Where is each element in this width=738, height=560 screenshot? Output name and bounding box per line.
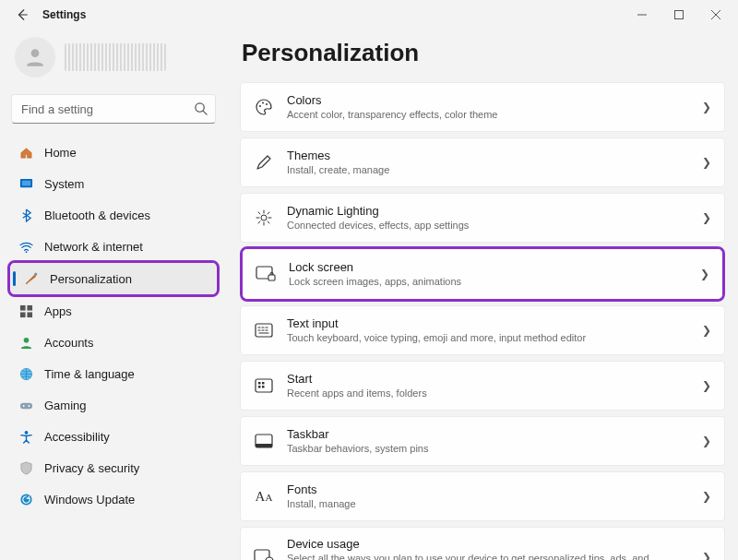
apps-icon bbox=[18, 304, 33, 318]
search-input[interactable] bbox=[12, 102, 215, 116]
sparkle-icon bbox=[254, 209, 274, 227]
page-title: Personalization bbox=[242, 39, 725, 67]
sidebar-item-accounts[interactable]: Accounts bbox=[11, 327, 216, 358]
svg-point-20 bbox=[266, 103, 268, 105]
svg-point-19 bbox=[262, 102, 264, 104]
taskbar-icon bbox=[254, 434, 274, 448]
annotation-highlight-sidebar: Personalization bbox=[7, 260, 220, 297]
palette-icon bbox=[254, 98, 274, 116]
card-title: Colors bbox=[287, 93, 689, 107]
fonts-icon: AA bbox=[254, 489, 274, 505]
card-title: Device usage bbox=[287, 537, 689, 551]
sidebar-item-label: Windows Update bbox=[44, 493, 135, 506]
nav: Home System Bluetooth & devices Network … bbox=[11, 137, 216, 515]
accessibility-icon bbox=[18, 429, 33, 444]
lock-screen-icon bbox=[256, 265, 276, 283]
card-subtitle: Connected devices, effects, app settings bbox=[287, 219, 689, 232]
sidebar-item-system[interactable]: System bbox=[11, 168, 216, 199]
app-title: Settings bbox=[42, 8, 86, 21]
close-button[interactable] bbox=[697, 2, 734, 28]
card-subtitle: Recent apps and items, folders bbox=[287, 387, 689, 399]
sidebar-item-label: Accessibility bbox=[44, 430, 110, 444]
settings-cards: ColorsAccent color, transparency effects… bbox=[240, 82, 725, 560]
search-icon bbox=[194, 101, 208, 118]
card-title: Taskbar bbox=[287, 427, 689, 441]
sidebar-item-bluetooth[interactable]: Bluetooth & devices bbox=[11, 199, 216, 231]
card-title: Start bbox=[287, 372, 689, 386]
minimize-icon bbox=[637, 10, 647, 19]
sidebar-item-network[interactable]: Network & internet bbox=[11, 231, 216, 262]
card-dynamic-lighting[interactable]: Dynamic LightingConnected devices, effec… bbox=[240, 193, 725, 243]
search-box[interactable] bbox=[11, 94, 216, 124]
svg-rect-7 bbox=[19, 304, 25, 310]
annotation-highlight-lock: Lock screenLock screen images, apps, ani… bbox=[240, 246, 725, 302]
sidebar-item-privacy[interactable]: Privacy & security bbox=[11, 452, 216, 483]
svg-point-15 bbox=[28, 405, 30, 407]
svg-rect-0 bbox=[675, 11, 684, 19]
svg-rect-31 bbox=[256, 444, 272, 447]
svg-point-14 bbox=[22, 405, 24, 407]
sidebar-item-update[interactable]: Windows Update bbox=[11, 483, 216, 515]
card-subtitle: Lock screen images, apps, animations bbox=[289, 275, 687, 288]
card-fonts[interactable]: AA FontsInstall, manage ❯ bbox=[240, 471, 725, 521]
card-subtitle: Touch keyboard, voice typing, emoji and … bbox=[287, 331, 689, 344]
card-title: Text input bbox=[287, 316, 689, 330]
sidebar-item-accessibility[interactable]: Accessibility bbox=[11, 421, 216, 452]
sidebar-item-personalization[interactable]: Personalization bbox=[11, 263, 216, 294]
card-text-input[interactable]: Text inputTouch keyboard, voice typing, … bbox=[240, 305, 725, 355]
maximize-button[interactable] bbox=[661, 2, 697, 28]
card-taskbar[interactable]: TaskbarTaskbar behaviors, system pins ❯ bbox=[240, 416, 725, 466]
avatar bbox=[15, 37, 55, 77]
card-themes[interactable]: ThemesInstall, create, manage ❯ bbox=[240, 137, 725, 187]
card-title: Lock screen bbox=[289, 260, 687, 274]
window-controls bbox=[624, 2, 734, 28]
svg-rect-9 bbox=[19, 312, 25, 317]
card-device-usage[interactable]: Device usageSelect all the ways you plan… bbox=[240, 527, 725, 560]
svg-point-18 bbox=[259, 105, 261, 107]
card-colors[interactable]: ColorsAccent color, transparency effects… bbox=[240, 82, 725, 132]
sidebar-item-home[interactable]: Home bbox=[11, 137, 216, 168]
svg-rect-28 bbox=[258, 386, 261, 388]
chevron-right-icon: ❯ bbox=[702, 211, 711, 224]
svg-rect-29 bbox=[262, 386, 265, 388]
card-start[interactable]: StartRecent apps and items, folders ❯ bbox=[240, 361, 725, 411]
svg-point-11 bbox=[23, 337, 29, 342]
card-subtitle: Install, manage bbox=[287, 497, 689, 510]
device-check-icon bbox=[254, 549, 274, 560]
svg-rect-8 bbox=[27, 304, 32, 310]
card-title: Dynamic Lighting bbox=[287, 204, 689, 218]
account-icon bbox=[18, 335, 33, 350]
card-title: Themes bbox=[287, 149, 689, 162]
sidebar-item-gaming[interactable]: Gaming bbox=[11, 389, 216, 421]
svg-rect-10 bbox=[27, 312, 32, 317]
update-icon bbox=[18, 492, 33, 506]
sidebar-item-label: Home bbox=[44, 146, 77, 160]
sidebar-item-label: Apps bbox=[44, 304, 72, 318]
minimize-button[interactable] bbox=[624, 2, 661, 28]
svg-rect-13 bbox=[19, 402, 31, 409]
sidebar-item-apps[interactable]: Apps bbox=[11, 295, 216, 327]
sidebar-item-time[interactable]: Time & language bbox=[11, 358, 216, 389]
shield-icon bbox=[18, 460, 33, 475]
sidebar-item-label: Privacy & security bbox=[44, 461, 139, 475]
card-lock-screen[interactable]: Lock screenLock screen images, apps, ani… bbox=[243, 249, 722, 299]
arrow-left-icon bbox=[16, 8, 29, 21]
svg-point-2 bbox=[196, 103, 204, 112]
chevron-right-icon: ❯ bbox=[702, 435, 711, 447]
svg-point-16 bbox=[24, 430, 28, 434]
back-button[interactable] bbox=[9, 2, 35, 28]
card-subtitle: Taskbar behaviors, system pins bbox=[287, 442, 689, 455]
card-subtitle: Select all the ways you plan to use your… bbox=[287, 552, 689, 560]
chevron-right-icon: ❯ bbox=[700, 268, 709, 280]
user-name-redacted bbox=[65, 43, 166, 71]
svg-rect-27 bbox=[262, 382, 265, 385]
user-block[interactable] bbox=[11, 30, 216, 90]
start-icon bbox=[254, 378, 274, 393]
main-content: Personalization ColorsAccent color, tran… bbox=[225, 30, 738, 560]
svg-rect-4 bbox=[21, 180, 30, 185]
sidebar-item-label: Bluetooth & devices bbox=[44, 209, 150, 222]
person-icon bbox=[23, 45, 47, 69]
wifi-icon bbox=[18, 239, 33, 254]
chevron-right-icon: ❯ bbox=[702, 379, 711, 392]
home-icon bbox=[18, 145, 33, 160]
